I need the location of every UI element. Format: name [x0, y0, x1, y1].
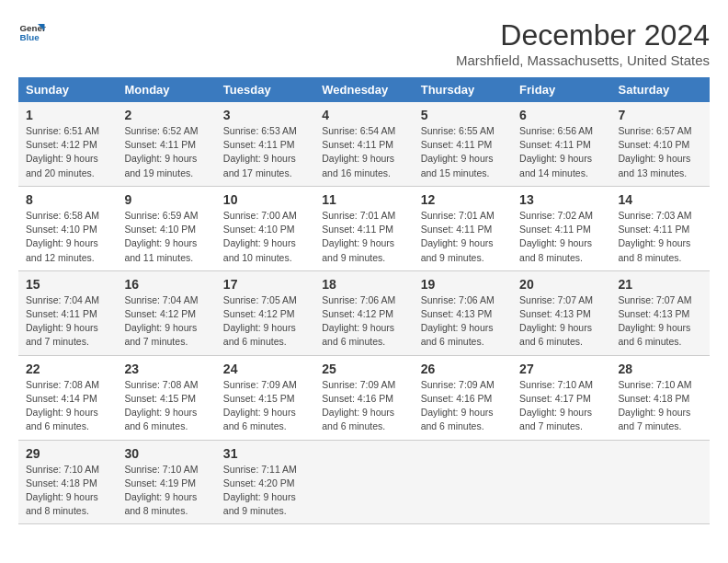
calendar-cell: 7Sunrise: 6:57 AMSunset: 4:10 PMDaylight…: [611, 102, 710, 186]
weekday-header-wednesday: Wednesday: [314, 77, 413, 102]
day-info: Sunrise: 7:06 AMSunset: 4:12 PMDaylight:…: [322, 293, 405, 350]
day-info: Sunrise: 7:09 AMSunset: 4:15 PMDaylight:…: [223, 378, 307, 434]
day-info: Sunrise: 7:08 AMSunset: 4:15 PMDaylight:…: [124, 378, 208, 434]
day-number: 25: [322, 362, 405, 376]
day-number: 24: [223, 362, 307, 376]
calendar-cell: [512, 440, 610, 524]
day-info: Sunrise: 7:09 AMSunset: 4:16 PMDaylight:…: [322, 378, 405, 434]
calendar-week-row: 22Sunrise: 7:08 AMSunset: 4:14 PMDayligh…: [18, 355, 710, 440]
day-info: Sunrise: 6:57 AMSunset: 4:10 PMDaylight:…: [619, 124, 702, 180]
logo: General Blue: [18, 18, 46, 46]
title-block: December 2024 Marshfield, Massachusetts,…: [456, 18, 710, 68]
calendar-cell: 6Sunrise: 6:56 AMSunset: 4:11 PMDaylight…: [512, 102, 610, 186]
day-info: Sunrise: 7:02 AMSunset: 4:11 PMDaylight:…: [519, 209, 603, 265]
day-info: Sunrise: 6:58 AMSunset: 4:10 PMDaylight:…: [26, 209, 109, 265]
day-number: 19: [421, 277, 505, 292]
calendar-table: SundayMondayTuesdayWednesdayThursdayFrid…: [18, 77, 710, 524]
calendar-cell: 17Sunrise: 7:05 AMSunset: 4:12 PMDayligh…: [216, 270, 314, 355]
calendar-body: 1Sunrise: 6:51 AMSunset: 4:12 PMDaylight…: [18, 102, 710, 524]
calendar-cell: 3Sunrise: 6:53 AMSunset: 4:11 PMDaylight…: [216, 102, 314, 186]
calendar-cell: 26Sunrise: 7:09 AMSunset: 4:16 PMDayligh…: [414, 355, 512, 440]
day-number: 12: [421, 192, 505, 207]
calendar-cell: 11Sunrise: 7:01 AMSunset: 4:11 PMDayligh…: [314, 186, 413, 270]
weekday-header-tuesday: Tuesday: [216, 77, 314, 102]
day-number: 16: [124, 277, 208, 292]
calendar-cell: 30Sunrise: 7:10 AMSunset: 4:19 PMDayligh…: [117, 440, 215, 524]
day-info: Sunrise: 6:54 AMSunset: 4:11 PMDaylight:…: [322, 124, 405, 180]
calendar-cell: [314, 440, 413, 524]
day-number: 1: [26, 108, 109, 122]
calendar-week-row: 15Sunrise: 7:04 AMSunset: 4:11 PMDayligh…: [18, 270, 710, 355]
day-info: Sunrise: 7:06 AMSunset: 4:13 PMDaylight:…: [421, 293, 505, 350]
day-info: Sunrise: 7:04 AMSunset: 4:12 PMDaylight:…: [124, 293, 208, 350]
day-info: Sunrise: 7:01 AMSunset: 4:11 PMDaylight:…: [322, 209, 405, 265]
day-number: 26: [421, 362, 505, 376]
day-info: Sunrise: 7:09 AMSunset: 4:16 PMDaylight:…: [421, 378, 505, 434]
day-number: 3: [223, 108, 307, 122]
calendar-cell: 12Sunrise: 7:01 AMSunset: 4:11 PMDayligh…: [414, 186, 512, 270]
day-number: 27: [519, 362, 603, 376]
calendar-cell: 15Sunrise: 7:04 AMSunset: 4:11 PMDayligh…: [18, 270, 117, 355]
day-number: 17: [223, 277, 307, 292]
calendar-cell: 21Sunrise: 7:07 AMSunset: 4:13 PMDayligh…: [611, 270, 710, 355]
day-info: Sunrise: 7:10 AMSunset: 4:18 PMDaylight:…: [26, 463, 109, 519]
calendar-cell: 28Sunrise: 7:10 AMSunset: 4:18 PMDayligh…: [611, 355, 710, 440]
weekday-header-thursday: Thursday: [414, 77, 512, 102]
day-number: 22: [26, 362, 109, 376]
day-number: 15: [26, 277, 109, 292]
calendar-cell: 31Sunrise: 7:11 AMSunset: 4:20 PMDayligh…: [216, 440, 314, 524]
calendar-cell: [611, 440, 710, 524]
day-number: 2: [124, 108, 208, 122]
day-number: 9: [124, 192, 208, 207]
calendar-cell: 25Sunrise: 7:09 AMSunset: 4:16 PMDayligh…: [314, 355, 413, 440]
calendar-cell: 1Sunrise: 6:51 AMSunset: 4:12 PMDaylight…: [18, 102, 117, 186]
day-number: 10: [223, 192, 307, 207]
day-number: 6: [519, 108, 603, 122]
calendar-cell: 29Sunrise: 7:10 AMSunset: 4:18 PMDayligh…: [18, 440, 117, 524]
day-info: Sunrise: 7:10 AMSunset: 4:17 PMDaylight:…: [519, 378, 603, 434]
calendar-header: SundayMondayTuesdayWednesdayThursdayFrid…: [18, 77, 710, 102]
day-info: Sunrise: 7:11 AMSunset: 4:20 PMDaylight:…: [223, 463, 307, 519]
day-number: 21: [619, 277, 702, 292]
day-number: 30: [124, 446, 208, 461]
day-info: Sunrise: 7:03 AMSunset: 4:11 PMDaylight:…: [619, 209, 702, 265]
day-info: Sunrise: 7:01 AMSunset: 4:11 PMDaylight:…: [421, 209, 505, 265]
location-title: Marshfield, Massachusetts, United States: [456, 52, 710, 68]
calendar-cell: 8Sunrise: 6:58 AMSunset: 4:10 PMDaylight…: [18, 186, 117, 270]
day-number: 18: [322, 277, 405, 292]
day-info: Sunrise: 7:08 AMSunset: 4:14 PMDaylight:…: [26, 378, 109, 434]
day-info: Sunrise: 7:10 AMSunset: 4:18 PMDaylight:…: [619, 378, 702, 434]
calendar-cell: 14Sunrise: 7:03 AMSunset: 4:11 PMDayligh…: [611, 186, 710, 270]
day-number: 28: [619, 362, 702, 376]
day-number: 11: [322, 192, 405, 207]
weekday-header-friday: Friday: [512, 77, 610, 102]
day-number: 5: [421, 108, 505, 122]
logo-icon: General Blue: [18, 18, 46, 46]
day-number: 31: [223, 446, 307, 461]
weekday-header-saturday: Saturday: [611, 77, 710, 102]
day-number: 14: [619, 192, 702, 207]
calendar-cell: 10Sunrise: 7:00 AMSunset: 4:10 PMDayligh…: [216, 186, 314, 270]
calendar-cell: 24Sunrise: 7:09 AMSunset: 4:15 PMDayligh…: [216, 355, 314, 440]
calendar-cell: 13Sunrise: 7:02 AMSunset: 4:11 PMDayligh…: [512, 186, 610, 270]
day-info: Sunrise: 6:52 AMSunset: 4:11 PMDaylight:…: [124, 124, 208, 180]
svg-text:Blue: Blue: [20, 32, 40, 42]
calendar-cell: 23Sunrise: 7:08 AMSunset: 4:15 PMDayligh…: [117, 355, 215, 440]
day-info: Sunrise: 7:05 AMSunset: 4:12 PMDaylight:…: [223, 293, 307, 350]
day-number: 20: [519, 277, 603, 292]
calendar-week-row: 1Sunrise: 6:51 AMSunset: 4:12 PMDaylight…: [18, 102, 710, 186]
weekday-header-sunday: Sunday: [18, 77, 117, 102]
calendar-cell: 20Sunrise: 7:07 AMSunset: 4:13 PMDayligh…: [512, 270, 610, 355]
day-info: Sunrise: 7:10 AMSunset: 4:19 PMDaylight:…: [124, 463, 208, 519]
calendar-cell: 2Sunrise: 6:52 AMSunset: 4:11 PMDaylight…: [117, 102, 215, 186]
weekday-header-row: SundayMondayTuesdayWednesdayThursdayFrid…: [18, 77, 710, 102]
day-info: Sunrise: 6:55 AMSunset: 4:11 PMDaylight:…: [421, 124, 505, 180]
calendar-week-row: 8Sunrise: 6:58 AMSunset: 4:10 PMDaylight…: [18, 186, 710, 270]
calendar-cell: 9Sunrise: 6:59 AMSunset: 4:10 PMDaylight…: [117, 186, 215, 270]
calendar-cell: 18Sunrise: 7:06 AMSunset: 4:12 PMDayligh…: [314, 270, 413, 355]
day-number: 29: [26, 446, 109, 461]
calendar-cell: 4Sunrise: 6:54 AMSunset: 4:11 PMDaylight…: [314, 102, 413, 186]
day-info: Sunrise: 7:00 AMSunset: 4:10 PMDaylight:…: [223, 209, 307, 265]
day-number: 8: [26, 192, 109, 207]
day-number: 7: [619, 108, 702, 122]
